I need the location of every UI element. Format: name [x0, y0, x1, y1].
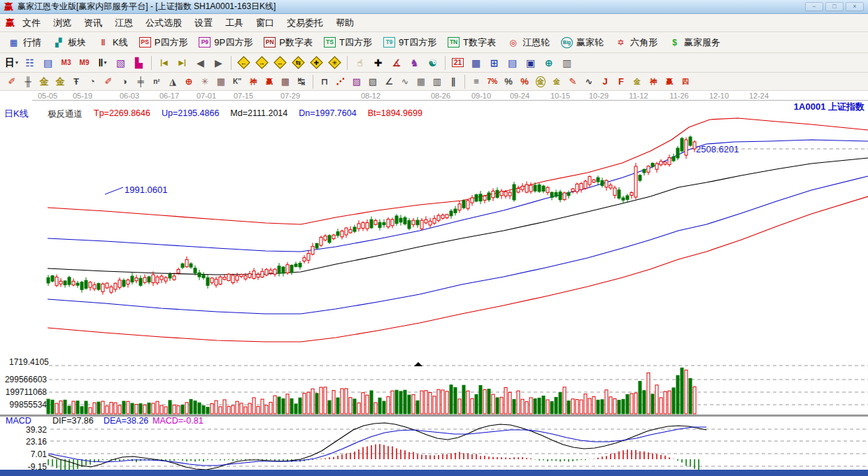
ying-angle-button[interactable]: 赢: [662, 74, 677, 89]
f-angle-button[interactable]: F: [613, 74, 629, 89]
menu-item-settings[interactable]: 设置: [188, 15, 219, 31]
calculator-button[interactable]: ▦: [467, 55, 485, 71]
quotes-button[interactable]: ▦行情: [3, 34, 46, 51]
spiral-tool-button[interactable]: ◔: [85, 74, 100, 89]
gold-line-button[interactable]: 金: [549, 74, 564, 89]
span-arrows-button[interactable]: ↹: [294, 74, 309, 89]
angle-flag-button[interactable]: ◮: [165, 74, 180, 89]
wave-3-button[interactable]: M3: [57, 55, 75, 71]
fan-lines-button[interactable]: ⋰: [333, 74, 348, 89]
grid-123-button[interactable]: ▦: [278, 74, 293, 89]
shen-angle-button[interactable]: 神: [646, 74, 661, 89]
print-button[interactable]: ▥: [558, 55, 576, 71]
menu-item-tools[interactable]: 工具: [219, 15, 250, 31]
close-button[interactable]: ×: [846, 2, 864, 11]
macd-canvas[interactable]: [0, 417, 868, 470]
candle-style-button[interactable]: ‖▾: [94, 55, 111, 71]
box-grid-button[interactable]: ▦: [213, 74, 229, 89]
crosshair-tool-button[interactable]: ✚: [369, 55, 387, 71]
menu-item-gann[interactable]: 江恩: [108, 15, 139, 31]
calendar-button[interactable]: 21: [449, 55, 467, 71]
f-gate-button[interactable]: Ŧ: [69, 74, 84, 89]
gann-wheel-button[interactable]: ◎江恩轮: [502, 34, 555, 51]
shen-tool-button[interactable]: 神: [246, 74, 261, 89]
volume-canvas[interactable]: [0, 360, 868, 414]
gold-circle-button[interactable]: 金: [533, 74, 548, 89]
angle-measure-button[interactable]: ∡: [387, 55, 405, 71]
j-angle-button[interactable]: J: [597, 74, 613, 89]
ink-pen-button[interactable]: ✎: [565, 74, 581, 89]
gold-angle-button[interactable]: 金: [629, 74, 645, 89]
p-square-button[interactable]: PSP四方形: [134, 34, 193, 51]
compress-horizontal-button[interactable]: ⇆: [290, 55, 307, 71]
hexagon-button[interactable]: ✡六角形: [610, 34, 662, 51]
dense-grid-button[interactable]: ▦: [413, 74, 429, 89]
percent-7-button[interactable]: 7%: [485, 74, 500, 89]
gold-gate-1-button[interactable]: 金: [36, 74, 52, 89]
data-table-button[interactable]: ⊞: [485, 55, 503, 71]
notes-button[interactable]: ▤: [504, 55, 521, 71]
fan-grid-button[interactable]: ▧: [365, 74, 380, 89]
k-mark-button[interactable]: K″: [229, 74, 245, 89]
zigzag-tool-button[interactable]: ∿: [397, 74, 413, 89]
percent-tool-button[interactable]: %: [501, 74, 516, 89]
winner-wheel-button[interactable]: Big赢家轮: [556, 34, 609, 51]
menu-item-trade[interactable]: 交易委托: [280, 15, 329, 31]
gann-shape-tool-button[interactable]: ♞: [406, 55, 423, 71]
pattern-search-button[interactable]: ▧: [112, 55, 129, 71]
minimize-button[interactable]: −: [805, 2, 823, 11]
brush-tool-button[interactable]: ✐: [4, 74, 20, 89]
t-table-button[interactable]: TNT数字表: [443, 34, 501, 51]
next-bar-button[interactable]: ▶: [210, 55, 227, 71]
main-chart-canvas[interactable]: 2508.62011991.0601: [0, 101, 868, 361]
volume-profile-button[interactable]: ▙: [130, 55, 148, 71]
menu-item-window[interactable]: 窗口: [250, 15, 280, 31]
time-circle-button[interactable]: ◑: [117, 74, 132, 89]
cycle-tool-button[interactable]: ☯: [424, 55, 441, 71]
menu-item-help[interactable]: 帮助: [329, 15, 360, 31]
zoom-horizontal-button[interactable]: ↔: [271, 55, 289, 71]
si-square-button[interactable]: 四: [678, 74, 693, 89]
period-day-selector-button[interactable]: 日▾: [3, 55, 20, 71]
menu-item-view[interactable]: 浏览: [47, 15, 78, 31]
prev-bar-button[interactable]: ◀: [192, 55, 209, 71]
fit-all-button[interactable]: ✳: [326, 55, 343, 71]
tick-comb-button[interactable]: ╪: [133, 74, 148, 89]
shift-left-button[interactable]: ←: [235, 55, 252, 71]
fan-box-button[interactable]: ▨: [349, 74, 364, 89]
p-table-button[interactable]: PNP数字表: [259, 34, 318, 51]
sectors-button[interactable]: ▞板块: [48, 34, 91, 51]
gold-gate-2-button[interactable]: 金: [52, 74, 68, 89]
9t-square-button[interactable]: T99T四方形: [378, 34, 441, 51]
star-grid-button[interactable]: ✳: [197, 74, 213, 89]
n-square-button[interactable]: n²: [149, 74, 164, 89]
bottom-scrollbar[interactable]: [0, 470, 868, 476]
target-cross-button[interactable]: ⊕: [181, 74, 197, 89]
trend-angle-button[interactable]: ∠: [381, 74, 397, 89]
save-button[interactable]: ▣: [522, 55, 539, 71]
hand-tool-button[interactable]: ☝: [351, 55, 369, 71]
gann-comb-button[interactable]: ╫: [20, 74, 36, 89]
col-grid-button[interactable]: ▥: [429, 74, 445, 89]
red-marker-button[interactable]: ✐: [101, 74, 116, 89]
menu-item-file[interactable]: 文件: [16, 15, 47, 31]
maximize-button[interactable]: □: [825, 2, 844, 11]
parallel-lines-button[interactable]: ∥: [446, 74, 461, 89]
ruler-tool-button[interactable]: ≡: [469, 74, 484, 89]
winner-service-button[interactable]: $赢家服务: [664, 34, 725, 51]
web-service-button[interactable]: ⊕: [540, 55, 557, 71]
wave-9-button[interactable]: M9: [76, 55, 93, 71]
9p-square-button[interactable]: P99P四方形: [194, 34, 257, 51]
t-square-button[interactable]: TST四方形: [319, 34, 377, 51]
menu-item-news[interactable]: 资讯: [78, 15, 108, 31]
menu-item-formula-stock-pick[interactable]: 公式选股: [139, 15, 188, 31]
kline-button[interactable]: ‖K线: [92, 34, 133, 51]
wave-line-button[interactable]: ∿: [581, 74, 597, 89]
formula-manager-button[interactable]: ☷: [21, 55, 38, 71]
box-frame-button[interactable]: ⊓: [317, 74, 332, 89]
ying-tool-button[interactable]: 赢: [262, 74, 277, 89]
expand-all-button[interactable]: ✚: [308, 55, 325, 71]
percent-line-button[interactable]: %: [517, 74, 532, 89]
last-bar-button[interactable]: ▶|: [173, 55, 191, 71]
info-doc-button[interactable]: ▤: [39, 55, 57, 71]
